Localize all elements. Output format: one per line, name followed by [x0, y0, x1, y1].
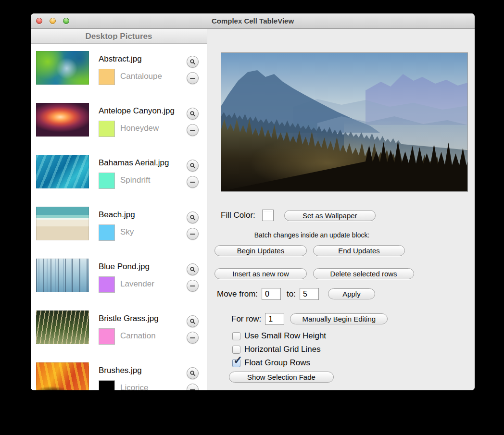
table-row[interactable]: Antelope Canyon.jpg Honeydew	[31, 103, 207, 155]
magnifier-icon	[189, 266, 196, 273]
remove-row-button[interactable]	[187, 72, 199, 84]
magnifier-icon	[189, 111, 196, 117]
magnifier-icon	[189, 162, 196, 169]
row-filename: Abstract.jpg	[99, 54, 142, 64]
row-filename: Bahamas Aerial.jpg	[99, 158, 169, 168]
minimize-button[interactable]	[50, 18, 56, 24]
row-color-name: Lavender	[120, 279, 154, 289]
thumbnail-abstract	[36, 51, 89, 85]
table-row[interactable]: Bahamas Aerial.jpg Spindrift	[31, 155, 207, 207]
remove-row-button[interactable]	[187, 384, 199, 390]
end-updates-button[interactable]: End Updates	[313, 245, 405, 256]
minus-icon	[190, 389, 195, 390]
thumbnail-bahamas-aerial	[36, 155, 89, 188]
for-row-label: For row:	[231, 314, 261, 324]
fill-color-well[interactable]	[262, 210, 274, 221]
fill-color-label: Fill Color:	[221, 211, 255, 220]
app-window: Complex Cell TableView Desktop Pictures …	[31, 13, 475, 390]
delete-rows-button[interactable]: Delete selected rows	[313, 268, 414, 279]
remove-row-button[interactable]	[187, 124, 199, 136]
color-swatch	[99, 380, 115, 390]
color-swatch	[99, 121, 115, 137]
remove-row-button[interactable]	[187, 332, 199, 344]
magnifier-button[interactable]	[187, 56, 199, 68]
magnifier-button[interactable]	[187, 160, 199, 172]
checkbox[interactable]: ✓	[232, 346, 240, 354]
row-filename: Beach.jpg	[99, 210, 135, 220]
apply-button[interactable]: Apply	[328, 288, 375, 299]
controls-panel: Fill Color: Set as Wallpaper Batch chang…	[207, 29, 475, 390]
begin-updates-button[interactable]: Begin Updates	[214, 245, 307, 256]
desktop-pictures-table: Desktop Pictures Abstract.jpg Cantaloupe…	[31, 29, 207, 390]
titlebar[interactable]: Complex Cell TableView	[31, 13, 475, 29]
magnifier-icon	[189, 59, 196, 65]
thumbnail-blue-pond	[36, 259, 89, 292]
checkbox-label: Horizontal Grid Lines	[244, 345, 321, 354]
minus-icon	[190, 234, 195, 235]
minus-icon	[190, 182, 195, 183]
table-row[interactable]: Brushes.jpg Licorice	[31, 362, 207, 390]
batch-updates-label: Batch changes inside an update block:	[214, 231, 409, 239]
magnifier-button[interactable]	[187, 211, 199, 224]
minus-icon	[190, 78, 195, 79]
checkbox-row-use-small-row-height: ✓ Use Small Row Height	[232, 331, 326, 341]
checkbox-label: Use Small Row Height	[244, 331, 326, 341]
thumbnail-bristle-grass	[36, 311, 89, 344]
row-filename: Bristle Grass.jpg	[99, 314, 159, 323]
magnifier-icon	[189, 370, 196, 376]
move-to-label: to:	[287, 289, 296, 299]
insert-row-button[interactable]: Insert as new row	[214, 268, 307, 279]
row-color-name: Honeydew	[120, 124, 159, 133]
for-row-field[interactable]	[265, 313, 284, 325]
color-swatch	[99, 173, 115, 189]
magnifier-button[interactable]	[187, 263, 199, 275]
color-swatch	[99, 276, 115, 293]
checkbox-row-float-group-rows: ✓ Float Group Rows	[232, 358, 310, 368]
checkbox[interactable]: ✓	[232, 332, 240, 340]
checkbox-label: Float Group Rows	[244, 358, 310, 368]
remove-row-button[interactable]	[187, 280, 199, 292]
magnifier-icon	[189, 318, 196, 324]
thumbnail-beach	[36, 207, 89, 240]
move-from-field[interactable]	[262, 288, 281, 300]
row-filename: Antelope Canyon.jpg	[99, 106, 175, 116]
row-filename: Brushes.jpg	[99, 366, 142, 375]
table-row[interactable]: Abstract.jpg Cantaloupe	[31, 51, 207, 103]
minus-icon	[190, 286, 195, 286]
minus-icon	[190, 337, 195, 338]
magnifier-icon	[189, 214, 196, 221]
row-color-name: Cantaloupe	[120, 72, 162, 81]
row-color-name: Carnation	[120, 331, 156, 341]
picture-rows: Abstract.jpg Cantaloupe Antelope Canyon.…	[31, 44, 207, 390]
color-swatch	[99, 69, 115, 85]
manual-edit-button[interactable]: Manually Begin Editing	[290, 313, 388, 324]
row-color-name: Sky	[120, 227, 134, 237]
magnifier-button[interactable]	[187, 367, 199, 379]
move-to-field[interactable]	[300, 288, 319, 300]
close-button[interactable]	[36, 18, 42, 24]
mountain-landscape-image	[221, 53, 467, 191]
check-icon: ✓	[233, 355, 242, 366]
magnifier-button[interactable]	[187, 108, 199, 120]
checkbox-row-horizontal-grid-lines: ✓ Horizontal Grid Lines	[232, 345, 321, 354]
table-row[interactable]: Blue Pond.jpg Lavender	[31, 259, 207, 311]
remove-row-button[interactable]	[187, 228, 199, 240]
thumbnail-brushes	[36, 362, 89, 390]
set-wallpaper-button[interactable]: Set as Wallpaper	[284, 210, 376, 221]
move-from-label: Move from:	[217, 289, 258, 299]
row-filename: Blue Pond.jpg	[99, 262, 150, 272]
remove-row-button[interactable]	[187, 176, 199, 188]
table-group-header: Desktop Pictures	[31, 29, 207, 44]
table-row[interactable]: Bristle Grass.jpg Carnation	[31, 311, 207, 362]
checkbox[interactable]: ✓	[232, 359, 240, 367]
row-color-name: Licorice	[120, 383, 149, 390]
show-selection-fade-button[interactable]: Show Selection Fade	[229, 372, 334, 383]
thumbnail-antelope-canyon	[36, 103, 89, 137]
table-row[interactable]: Beach.jpg Sky	[31, 207, 207, 259]
row-color-name: Spindrift	[120, 175, 150, 185]
minus-icon	[190, 130, 195, 131]
color-swatch	[99, 224, 115, 241]
window-title: Complex Cell TableView	[31, 13, 475, 28]
zoom-button[interactable]	[63, 18, 69, 24]
magnifier-button[interactable]	[187, 315, 199, 327]
